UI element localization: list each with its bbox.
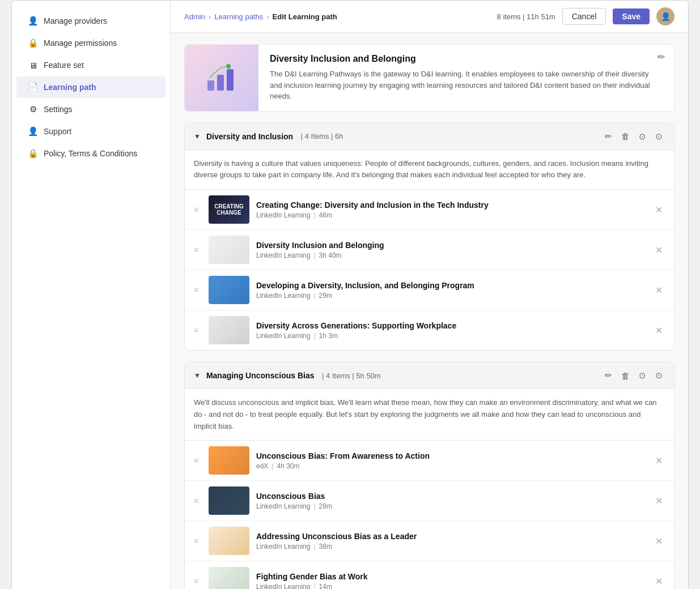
sections-container: ▼ Diversity and Inclusion | 4 Items | 6h… bbox=[184, 123, 674, 590]
lp-card-edit-button[interactable]: ✏ bbox=[657, 52, 665, 62]
drag-handle-ub-awareness[interactable]: ≡ bbox=[194, 456, 202, 465]
section-edit-managing-unconscious-bias[interactable]: ✏ bbox=[603, 369, 614, 382]
section-delete-managing-unconscious-bias[interactable]: 🗑 bbox=[619, 370, 632, 382]
section-courses-diversity-inclusion: ≡ CREATING CHANGE Creating Change: Diver… bbox=[185, 190, 674, 350]
course-title-ub-awareness: Unconscious Bias: From Awareness to Acti… bbox=[256, 451, 646, 460]
lp-card: Diversity Inclusion and Belonging The D&… bbox=[184, 44, 674, 112]
remove-button-fighting-gender[interactable]: ✕ bbox=[653, 574, 665, 589]
sidebar: 👤 Manage providers 🔒 Manage permissions … bbox=[12, 1, 171, 589]
section-header-diversity-inclusion: ▼ Diversity and Inclusion | 4 Items | 6h… bbox=[185, 123, 674, 150]
section-courses-managing-unconscious-bias: ≡ Unconscious Bias: From Awareness to Ac… bbox=[185, 441, 674, 589]
breadcrumb-sep1: › bbox=[209, 12, 211, 21]
lp-card-title: Diversity Inclusion and Belonging bbox=[270, 54, 663, 64]
course-thumb-creating-change: CREATING CHANGE bbox=[209, 195, 249, 224]
course-info-diversity-generations: Diversity Across Generations: Supporting… bbox=[256, 321, 646, 340]
section-down-managing-unconscious-bias[interactable]: ⊙ bbox=[653, 369, 665, 382]
drag-handle-unconscious-bias[interactable]: ≡ bbox=[194, 496, 202, 505]
breadcrumb-learning-paths: Learning paths bbox=[214, 12, 263, 21]
sidebar-icon-learning-path: 📄 bbox=[28, 82, 38, 92]
sidebar-item-support[interactable]: 👤 Support bbox=[16, 121, 166, 142]
course-thumb-developing-program bbox=[209, 276, 249, 304]
svg-rect-1 bbox=[217, 75, 224, 91]
drag-handle-addressing-bias[interactable]: ≡ bbox=[194, 536, 202, 545]
drag-handle-diversity-inclusion-belonging[interactable]: ≡ bbox=[194, 245, 202, 254]
avatar: 👤 bbox=[656, 7, 674, 25]
thumb-inner-diversity-inclusion-belonging bbox=[209, 236, 249, 264]
section-down-diversity-inclusion[interactable]: ⊙ bbox=[653, 130, 665, 143]
course-provider-unconscious-bias: LinkedIn Learning bbox=[256, 502, 310, 510]
remove-button-unconscious-bias[interactable]: ✕ bbox=[653, 493, 665, 509]
section-up-diversity-inclusion[interactable]: ⊙ bbox=[637, 130, 648, 143]
remove-button-ub-awareness[interactable]: ✕ bbox=[653, 453, 665, 468]
course-duration-developing-program: 29m bbox=[319, 292, 332, 300]
course-sep-ub-awareness: | bbox=[271, 462, 273, 470]
sidebar-item-manage-providers[interactable]: 👤 Manage providers bbox=[16, 10, 166, 32]
course-sep-diversity-inclusion-belonging: | bbox=[313, 251, 315, 259]
course-info-creating-change: Creating Change: Diversity and Inclusion… bbox=[256, 200, 646, 219]
sidebar-item-settings[interactable]: ⚙ Settings bbox=[16, 99, 166, 120]
course-provider-creating-change: LinkedIn Learning bbox=[256, 211, 310, 219]
sidebar-label-manage-providers: Manage providers bbox=[44, 16, 107, 25]
drag-handle-fighting-gender[interactable]: ≡ bbox=[194, 577, 202, 586]
remove-button-diversity-inclusion-belonging[interactable]: ✕ bbox=[653, 242, 665, 258]
course-duration-fighting-gender: 14m bbox=[319, 583, 332, 589]
svg-rect-2 bbox=[227, 69, 234, 91]
sidebar-icon-support: 👤 bbox=[28, 126, 38, 136]
lp-card-image bbox=[185, 45, 258, 111]
drag-handle-diversity-generations[interactable]: ≡ bbox=[194, 326, 202, 335]
sidebar-icon-feature-set: 🖥 bbox=[28, 60, 38, 70]
course-meta-diversity-generations: LinkedIn Learning | 1h 3m bbox=[256, 332, 646, 340]
section-collapse-diversity-inclusion[interactable]: ▼ bbox=[194, 133, 201, 140]
sidebar-item-learning-path[interactable]: 📄 Learning path bbox=[16, 76, 166, 98]
remove-button-addressing-bias[interactable]: ✕ bbox=[653, 533, 665, 549]
content-area: Diversity Inclusion and Belonging The D&… bbox=[171, 33, 688, 589]
sidebar-label-feature-set: Feature set bbox=[44, 61, 84, 70]
course-thumb-addressing-bias bbox=[209, 527, 249, 555]
remove-button-developing-program[interactable]: ✕ bbox=[653, 283, 665, 298]
sidebar-item-manage-permissions[interactable]: 🔒 Manage permissions bbox=[16, 32, 166, 54]
course-sep-addressing-bias: | bbox=[313, 543, 315, 550]
course-title-creating-change: Creating Change: Diversity and Inclusion… bbox=[256, 200, 646, 210]
section-collapse-managing-unconscious-bias[interactable]: ▼ bbox=[194, 372, 201, 379]
course-provider-diversity-generations: LinkedIn Learning bbox=[256, 332, 310, 340]
section-desc-diversity-inclusion: Diversity is having a culture that value… bbox=[185, 150, 674, 190]
drag-handle-developing-program[interactable]: ≡ bbox=[194, 285, 202, 294]
main-content: Admin › Learning paths › Edit Learning p… bbox=[171, 1, 688, 589]
section-title-managing-unconscious-bias: Managing Unconscious Bias bbox=[206, 371, 315, 380]
course-info-diversity-inclusion-belonging: Diversity Inclusion and Belonging Linked… bbox=[256, 241, 646, 259]
course-info-ub-awareness: Unconscious Bias: From Awareness to Acti… bbox=[256, 451, 646, 470]
course-item-ub-awareness: ≡ Unconscious Bias: From Awareness to Ac… bbox=[185, 441, 674, 481]
top-bar-right: 8 items | 11h 51m Cancel Save 👤 bbox=[497, 7, 674, 25]
sidebar-item-policy[interactable]: 🔒 Policy, Terms & Conditions bbox=[16, 143, 166, 164]
course-provider-ub-awareness: edX bbox=[256, 462, 268, 470]
course-thumb-fighting-gender bbox=[209, 567, 249, 589]
course-item-developing-program: ≡ Developing a Diversity, Inclusion, and… bbox=[185, 270, 674, 310]
section-desc-managing-unconscious-bias: We'll discuss unconscious and implicit b… bbox=[185, 389, 674, 441]
section-up-managing-unconscious-bias[interactable]: ⊙ bbox=[637, 369, 648, 382]
remove-button-creating-change[interactable]: ✕ bbox=[653, 202, 665, 217]
sidebar-icon-settings: ⚙ bbox=[28, 104, 38, 114]
course-thumb-diversity-inclusion-belonging bbox=[209, 236, 249, 264]
section-delete-diversity-inclusion[interactable]: 🗑 bbox=[619, 130, 632, 142]
remove-button-diversity-generations[interactable]: ✕ bbox=[653, 323, 665, 338]
course-duration-creating-change: 46m bbox=[319, 211, 332, 219]
course-title-diversity-inclusion-belonging: Diversity Inclusion and Belonging bbox=[256, 241, 646, 250]
course-title-developing-program: Developing a Diversity, Inclusion, and B… bbox=[256, 281, 646, 290]
thumb-inner-diversity-generations bbox=[209, 316, 249, 344]
course-meta-ub-awareness: edX | 4h 30m bbox=[256, 462, 646, 470]
lp-card-desc: The D&I Learning Pathways is the gateway… bbox=[270, 69, 663, 102]
drag-handle-creating-change[interactable]: ≡ bbox=[194, 205, 202, 214]
cancel-button[interactable]: Cancel bbox=[562, 8, 606, 25]
course-sep-developing-program: | bbox=[313, 292, 315, 300]
sidebar-label-learning-path: Learning path bbox=[44, 83, 96, 92]
sidebar-icon-manage-permissions: 🔒 bbox=[28, 38, 38, 48]
sidebar-item-feature-set[interactable]: 🖥 Feature set bbox=[16, 54, 166, 76]
course-item-diversity-generations: ≡ Diversity Across Generations: Supporti… bbox=[185, 310, 674, 350]
course-info-unconscious-bias: Unconscious Bias LinkedIn Learning | 28m bbox=[256, 492, 646, 510]
top-bar: Admin › Learning paths › Edit Learning p… bbox=[171, 1, 688, 33]
thumb-inner-creating-change: CREATING CHANGE bbox=[209, 195, 249, 224]
save-button[interactable]: Save bbox=[613, 8, 650, 24]
course-item-fighting-gender: ≡ Fighting Gender Bias at Work LinkedIn … bbox=[185, 561, 674, 589]
svg-rect-0 bbox=[207, 80, 214, 91]
section-edit-diversity-inclusion[interactable]: ✏ bbox=[603, 130, 614, 143]
